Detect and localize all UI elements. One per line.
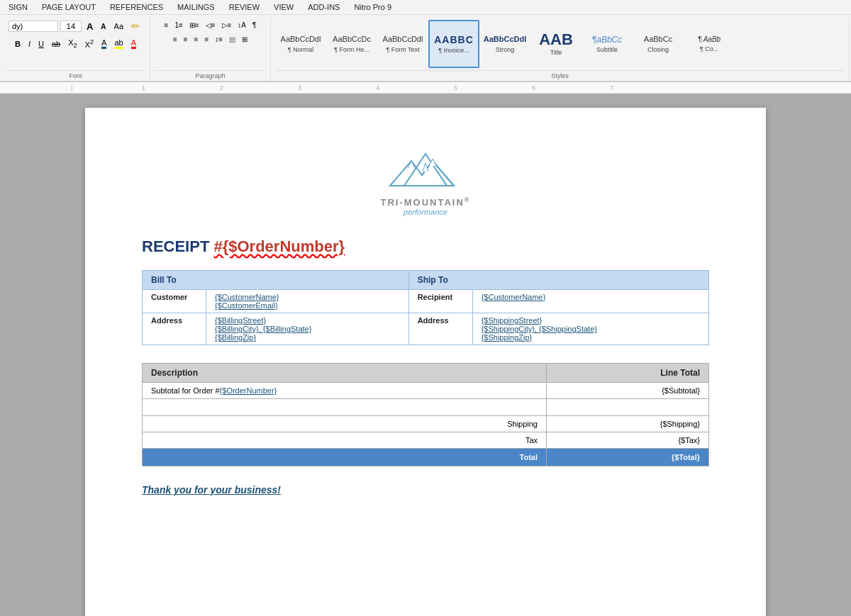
- address-row-2: Address {$BillingStreet} {$BillingCity},…: [143, 313, 709, 345]
- address-row-1: Customer {$CustomerName} {$CustomerEmail…: [143, 290, 709, 313]
- grow-font-button[interactable]: A: [84, 20, 96, 33]
- items-header-row: Description Line Total: [143, 364, 709, 383]
- font-name-input[interactable]: [9, 21, 58, 32]
- menu-bar: SIGN PAGE LAYOUT REFERENCES MAILINGS REV…: [0, 0, 851, 15]
- styles-gallery: AaBbCcDdl ¶ Normal AaBbCcDc ¶ Form He...…: [275, 19, 845, 69]
- menu-page-layout[interactable]: PAGE LAYOUT: [39, 1, 99, 13]
- sort-button[interactable]: ↕A: [235, 19, 249, 31]
- style-subtitle-preview: ¶aBbCc: [592, 35, 622, 45]
- receipt-prefix: RECEIPT: [142, 237, 213, 255]
- items-table: Description Line Total Subtotal for Orde…: [142, 363, 709, 466]
- billing-zip-var: {$BillingZip}: [215, 333, 256, 342]
- underline-button[interactable]: U: [35, 38, 47, 50]
- format-painter-button[interactable]: ✏: [128, 19, 143, 33]
- style-closing[interactable]: AaBbCc Closing: [633, 20, 684, 68]
- font-color-button[interactable]: A: [99, 37, 109, 50]
- shipping-city-var: {$ShippingCity}, {$ShippingState}: [482, 325, 597, 333]
- billing-address-label: Address: [143, 313, 206, 345]
- menu-references[interactable]: REFERENCES: [107, 1, 166, 13]
- document-area: TRI-MOUNTAIN® performance RECEIPT #{$Ord…: [0, 94, 851, 616]
- billing-street-var: {$BillingStreet}: [215, 316, 266, 325]
- font-size-input[interactable]: [60, 21, 82, 32]
- styles-section: AaBbCcDdl ¶ Normal AaBbCcDc ¶ Form He...…: [271, 18, 850, 81]
- subtotal-order-var: {$OrderNumber}: [220, 386, 277, 395]
- shipping-row: Shipping {$Shipping}: [143, 416, 709, 432]
- shipping-address-vars: {$ShippingStreet} {$ShippingCity}, {$Shi…: [472, 313, 708, 345]
- menu-view[interactable]: VIEW: [271, 1, 296, 13]
- decrease-indent-button[interactable]: ◁≡: [203, 19, 218, 31]
- shipping-zip-var: {$ShippingZip}: [482, 333, 533, 342]
- style-closing-label: Closing: [647, 46, 669, 53]
- paragraph-label: Paragraph: [155, 70, 266, 81]
- shading-button[interactable]: ▤: [226, 33, 238, 45]
- receipt-order-var: #{$OrderNumber}: [213, 237, 345, 255]
- italic-button[interactable]: I: [26, 38, 33, 50]
- justify-button[interactable]: ≡: [201, 33, 211, 45]
- menu-nitro[interactable]: Nitro Pro 9: [351, 1, 394, 13]
- subscript-button[interactable]: X2: [65, 37, 79, 50]
- recipient-name-var: {$CustomerName}: [482, 293, 546, 301]
- styles-label: Styles: [275, 70, 845, 81]
- style-co[interactable]: ¶ AaBb ¶ Co...: [684, 20, 735, 68]
- style-title[interactable]: AAB Title: [530, 20, 582, 68]
- bill-to-header: Bill To: [143, 271, 409, 290]
- total-label: Total: [143, 449, 547, 466]
- highlight-button[interactable]: ab: [111, 37, 126, 50]
- style-subtitle[interactable]: ¶aBbCc Subtitle: [582, 20, 633, 68]
- logo-area: TRI-MOUNTAIN® performance: [142, 143, 709, 216]
- thankyou-text: Thank you for your business!: [142, 484, 709, 495]
- recipient-var: {$CustomerName}: [472, 290, 708, 313]
- menu-review[interactable]: REVIEW: [226, 1, 262, 13]
- style-title-preview: AAB: [539, 32, 573, 47]
- menu-addins[interactable]: ADD-INS: [305, 1, 343, 13]
- customer-label: Customer: [143, 290, 206, 313]
- shrink-font-button[interactable]: A: [98, 21, 109, 32]
- line-total-col-header: Line Total: [547, 364, 709, 383]
- align-left-button[interactable]: ≡: [170, 33, 180, 45]
- subtotal-desc-text: Subtotal for Order #: [151, 386, 220, 395]
- style-form-heading[interactable]: AaBbCcDc ¶ Form He...: [326, 20, 377, 68]
- menu-sign[interactable]: SIGN: [6, 1, 30, 13]
- show-formatting-button[interactable]: ¶: [250, 19, 259, 31]
- style-form-text-label: ¶ Form Text: [386, 46, 419, 53]
- tax-value: {$Tax}: [547, 432, 709, 449]
- recipient-label: Recipient: [408, 290, 472, 313]
- document-page: TRI-MOUNTAIN® performance RECEIPT #{$Ord…: [85, 108, 766, 616]
- increase-indent-button[interactable]: ▷≡: [219, 19, 235, 31]
- strikethrough-button[interactable]: ab: [49, 38, 63, 50]
- list-buttons: ≡ 1≡ ⊞≡ ◁≡ ▷≡ ↕A ¶: [162, 19, 260, 31]
- align-center-button[interactable]: ≡: [181, 33, 191, 45]
- customer-vars: {$CustomerName} {$CustomerEmail}: [206, 290, 409, 313]
- tax-row: Tax {$Tax}: [143, 432, 709, 449]
- subtotal-row: Subtotal for Order #{$OrderNumber} {$Sub…: [143, 383, 709, 399]
- customer-name-var: {$CustomerName}: [215, 293, 279, 301]
- style-title-label: Title: [550, 49, 562, 56]
- subtotal-value: {$Subtotal}: [547, 383, 709, 399]
- customer-email-var: {$CustomerEmail}: [215, 301, 278, 310]
- style-normal[interactable]: AaBbCcDdl ¶ Normal: [275, 20, 326, 68]
- style-form-text[interactable]: AaBbCcDdl ¶ Form Text: [377, 20, 428, 68]
- numbering-button[interactable]: 1≡: [172, 19, 185, 31]
- shipping-street-var: {$ShippingStreet}: [482, 316, 543, 325]
- bullets-button[interactable]: ≡: [162, 19, 172, 31]
- shipping-value: {$Shipping}: [547, 416, 709, 432]
- font-label: Font: [6, 70, 145, 81]
- line-spacing-button[interactable]: ↕≡: [212, 33, 226, 45]
- superscript-button[interactable]: X2: [82, 37, 96, 50]
- multilevel-button[interactable]: ⊞≡: [187, 19, 202, 31]
- logo-tagline: performance: [142, 208, 709, 216]
- borders-button[interactable]: ⊞: [239, 33, 250, 45]
- bold-button[interactable]: B: [12, 38, 23, 50]
- font-row2: B I U ab X2 X2 A ab A: [12, 37, 139, 50]
- font-section: A A Aa ✏ B I U ab X2 X2 A ab A Font: [1, 18, 150, 81]
- style-form-text-preview: AaBbCcDdl: [383, 35, 423, 44]
- ship-to-header: Ship To: [408, 271, 708, 290]
- style-closing-preview: AaBbCc: [644, 35, 672, 44]
- style-strong[interactable]: AaBbCcDdl Strong: [479, 20, 530, 68]
- style-strong-label: Strong: [496, 46, 515, 53]
- style-invoice[interactable]: AABBC ¶ Invoice...: [428, 20, 479, 68]
- menu-mailings[interactable]: MAILINGS: [174, 1, 218, 13]
- char-shading-button[interactable]: A: [128, 37, 139, 50]
- case-button[interactable]: Aa: [111, 21, 126, 32]
- align-right-button[interactable]: ≡: [191, 33, 201, 45]
